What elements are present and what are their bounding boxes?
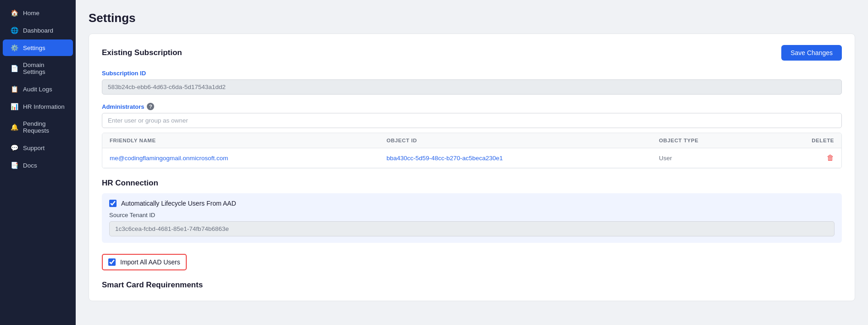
- object-id-cell: bba430cc-5d59-48cc-b270-ac5beca230e1: [379, 148, 651, 168]
- subscription-section: Subscription ID: [102, 70, 842, 95]
- support-icon: 💬: [10, 144, 18, 151]
- administrators-section: Administrators ? FRIENDLY NAME OBJECT ID…: [102, 103, 842, 168]
- home-icon: 🏠: [10, 9, 18, 17]
- auto-lifecycle-checkbox[interactable]: [109, 200, 117, 207]
- sidebar-label-home: Home: [23, 10, 39, 17]
- delete-icon[interactable]: 🗑: [827, 154, 834, 162]
- col-friendly-name: FRIENDLY NAME: [102, 133, 379, 148]
- import-aad-container: Import All AAD Users: [102, 248, 842, 270]
- import-aad-row: Import All AAD Users: [102, 254, 187, 270]
- auto-lifecycle-label[interactable]: Automatically Lifecycle Users From AAD: [121, 200, 236, 207]
- sidebar-item-audit-logs[interactable]: 📋Audit Logs: [3, 81, 73, 97]
- docs-icon: 📑: [10, 162, 18, 169]
- page-title: Settings: [89, 11, 855, 25]
- sidebar-item-settings[interactable]: ⚙️Settings: [3, 39, 73, 56]
- col-delete: DELETE: [764, 133, 841, 148]
- administrators-input[interactable]: [102, 113, 842, 128]
- sidebar-item-hr-information[interactable]: 📊HR Information: [3, 98, 73, 115]
- object-type-cell: User: [651, 148, 764, 168]
- sidebar-label-support: Support: [23, 145, 45, 151]
- hr-connection-section: Automatically Lifecycle Users From AAD S…: [102, 193, 842, 243]
- settings-card: Existing Subscription Save Changes Subsc…: [89, 34, 855, 301]
- col-object-type: OBJECT TYPE: [651, 133, 764, 148]
- settings-icon: ⚙️: [10, 44, 18, 51]
- import-aad-label[interactable]: Import All AAD Users: [120, 258, 180, 266]
- table-row: me@codingflamingogmail.onmicrosoft.com b…: [102, 148, 841, 168]
- sidebar-label-docs: Docs: [23, 162, 37, 169]
- administrators-help-icon[interactable]: ?: [147, 103, 154, 110]
- domain-settings-icon: 📄: [10, 65, 18, 72]
- administrators-label: Administrators ?: [102, 103, 842, 110]
- sidebar-item-support[interactable]: 💬Support: [3, 140, 73, 156]
- sidebar-label-settings: Settings: [23, 45, 45, 51]
- sidebar-label-audit-logs: Audit Logs: [23, 86, 52, 93]
- audit-logs-icon: 📋: [10, 85, 18, 93]
- pending-requests-icon: 🔔: [10, 123, 18, 131]
- import-aad-checkbox[interactable]: [108, 258, 116, 266]
- sidebar-item-pending-requests[interactable]: 🔔Pending Requests: [3, 116, 73, 139]
- col-object-id: OBJECT ID: [379, 133, 651, 148]
- card-header: Existing Subscription Save Changes: [102, 45, 842, 61]
- sidebar-label-hr-information: HR Information: [23, 103, 65, 110]
- sidebar-item-dashboard[interactable]: 🌐Dashboard: [3, 22, 73, 39]
- subscription-id-input: [102, 79, 842, 95]
- hr-information-icon: 📊: [10, 103, 18, 110]
- hr-connection-title: HR Connection: [102, 179, 842, 188]
- sidebar-item-domain-settings[interactable]: 📄Domain Settings: [3, 57, 73, 80]
- auto-lifecycle-row: Automatically Lifecycle Users From AAD: [109, 200, 835, 207]
- card-title: Existing Subscription: [102, 48, 182, 57]
- administrators-table-wrapper: FRIENDLY NAME OBJECT ID OBJECT TYPE DELE…: [102, 133, 842, 168]
- friendly-name-cell: me@codingflamingogmail.onmicrosoft.com: [102, 148, 379, 168]
- delete-cell: 🗑: [764, 148, 841, 168]
- subscription-id-label: Subscription ID: [102, 70, 842, 77]
- administrators-table-body: me@codingflamingogmail.onmicrosoft.com b…: [102, 148, 841, 168]
- sidebar-label-pending-requests: Pending Requests: [23, 120, 66, 134]
- source-tenant-label: Source Tenant ID: [109, 212, 835, 219]
- sidebar-item-home[interactable]: 🏠Home: [3, 5, 73, 21]
- smart-card-title: Smart Card Requirenments: [102, 280, 842, 290]
- save-changes-button[interactable]: Save Changes: [781, 45, 842, 61]
- sidebar: 🏠Home🌐Dashboard⚙️Settings📄Domain Setting…: [0, 0, 76, 325]
- sidebar-label-domain-settings: Domain Settings: [23, 62, 66, 75]
- administrators-table: FRIENDLY NAME OBJECT ID OBJECT TYPE DELE…: [102, 133, 841, 168]
- dashboard-icon: 🌐: [10, 27, 18, 34]
- main-content: Settings Existing Subscription Save Chan…: [76, 0, 868, 325]
- source-tenant-input: [109, 221, 835, 236]
- sidebar-label-dashboard: Dashboard: [23, 27, 53, 34]
- sidebar-item-docs[interactable]: 📑Docs: [3, 157, 73, 174]
- administrators-table-head: FRIENDLY NAME OBJECT ID OBJECT TYPE DELE…: [102, 133, 841, 148]
